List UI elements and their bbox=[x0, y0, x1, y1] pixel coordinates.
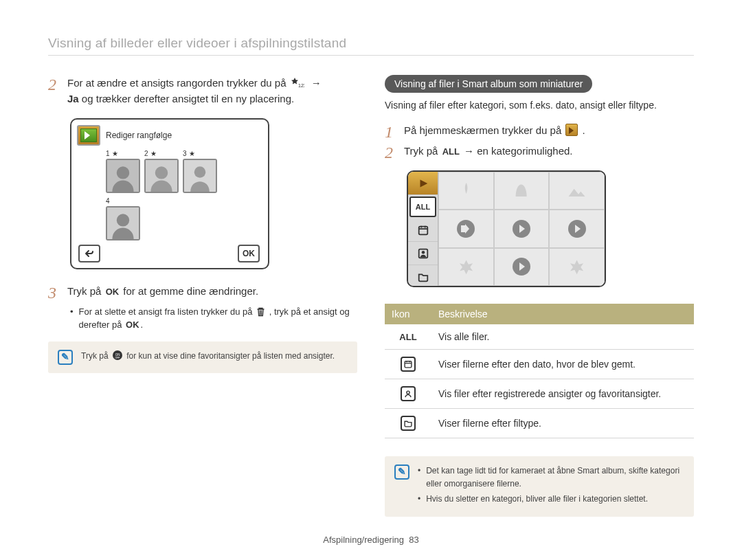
info-icon: ✎ bbox=[394, 464, 409, 480]
grid-cell bbox=[438, 172, 494, 210]
face-thumb-4 bbox=[106, 206, 140, 240]
note-line-1: Det kan tage lidt tid for kameraet at åb… bbox=[426, 464, 684, 490]
step3-text-b: for at gemme dine ændringer. bbox=[123, 285, 258, 297]
step-number-3: 3 bbox=[48, 283, 60, 301]
step-number-2: 2 bbox=[48, 75, 60, 107]
th-ikon: Ikon bbox=[385, 304, 431, 324]
rank-editor-title: Rediger rangfølge bbox=[106, 131, 172, 140]
th-beskrivelse: Beskrivelse bbox=[431, 304, 694, 324]
r-step2-body: Tryk på ALL → en kategorimulighed. bbox=[404, 143, 694, 161]
ok-icon: OK bbox=[124, 318, 141, 332]
grid-cell bbox=[494, 172, 550, 210]
r-step1-body: På hjemmeskærmen trykker du på . bbox=[404, 122, 694, 140]
smart-album-note: ✎ Det kan tage lidt tid for kameraet at … bbox=[385, 456, 694, 517]
step3-text-a: Tryk på bbox=[67, 285, 104, 297]
svg-text:OFF: OFF bbox=[115, 357, 120, 359]
page-footer: Afspilning/redigering 83 bbox=[0, 535, 742, 545]
row-cal-desc: Viser filerne efter den dato, hvor de bl… bbox=[431, 350, 694, 379]
side-album-icon bbox=[408, 172, 438, 195]
step-2-body: For at ændre et ansigts rangorden trykke… bbox=[67, 75, 357, 107]
trash-icon bbox=[256, 307, 265, 317]
step-number-2b: 2 bbox=[385, 143, 397, 161]
star-123-icon: 123 bbox=[291, 78, 304, 89]
side-folder-icon bbox=[408, 265, 438, 287]
play-icon bbox=[513, 220, 530, 238]
ok-button[interactable]: OK bbox=[238, 245, 260, 262]
table-row: Vis filer efter registrerede ansigter og… bbox=[385, 379, 694, 409]
page-header: Visning af billeder eller videoer i afsp… bbox=[48, 36, 694, 56]
step2-text-b: og trækker derefter ansigtet til en ny p… bbox=[82, 93, 294, 104]
star-icon: ★ bbox=[112, 150, 118, 157]
face-rank-2: 2 bbox=[144, 150, 148, 157]
step2-text-a: For at ændre et ansigts rangorden trykke… bbox=[67, 77, 289, 89]
table-row: Viser filerne efter den dato, hvor de bl… bbox=[385, 350, 694, 379]
row-folder-desc: Viser filerne efter filtype. bbox=[431, 409, 694, 438]
rank-editor-screenshot: Rediger rangfølge 1★ 2★ 3★ bbox=[70, 118, 269, 269]
all-label: ALL bbox=[441, 145, 461, 159]
star-icon: ★ bbox=[189, 150, 195, 157]
grid-cell bbox=[438, 210, 494, 247]
note-line-2: Hvis du sletter en kategori, bliver alle… bbox=[426, 493, 648, 506]
bullet-a: For at slette et ansigt fra listen trykk… bbox=[79, 306, 256, 317]
album-icon bbox=[565, 124, 578, 136]
ok-icon: OK bbox=[104, 285, 121, 299]
smart-album-screenshot: ALL bbox=[407, 170, 606, 287]
person-icon bbox=[401, 386, 416, 401]
svg-point-2 bbox=[117, 166, 129, 179]
calendar-icon bbox=[401, 357, 416, 372]
svg-text:123: 123 bbox=[298, 83, 304, 88]
r-step1-a: På hjemmeskærmen trykker du på bbox=[404, 124, 564, 136]
section-sub: Visning af filer efter kategori, som f.e… bbox=[385, 98, 694, 113]
row-all-desc: Vis alle filer. bbox=[431, 324, 694, 350]
svg-point-14 bbox=[421, 250, 425, 254]
face-rank-1: 1 bbox=[106, 150, 110, 157]
face-thumb-2 bbox=[144, 159, 179, 193]
icon-description-table: Ikon Beskrivelse ALL Vis alle filer. Vis… bbox=[385, 304, 694, 438]
face-rank-4: 4 bbox=[106, 197, 110, 205]
svg-rect-15 bbox=[405, 361, 412, 368]
face-rank-3: 3 bbox=[183, 150, 187, 157]
row-all-icon: ALL bbox=[398, 332, 418, 342]
star-icon: ★ bbox=[150, 150, 157, 157]
table-row: Viser filerne efter filtype. bbox=[385, 409, 694, 438]
grid-cell bbox=[438, 248, 494, 286]
side-person-icon bbox=[408, 242, 438, 265]
footer-page: 83 bbox=[409, 535, 418, 545]
side-all: ALL bbox=[409, 197, 436, 217]
grid-cell bbox=[494, 248, 550, 286]
svg-point-16 bbox=[407, 391, 409, 394]
back-button[interactable] bbox=[78, 245, 100, 262]
gallery-play-icon bbox=[77, 125, 100, 146]
svg-rect-12 bbox=[418, 226, 427, 234]
step2-bold: Ja bbox=[67, 93, 79, 104]
onoff-icon: ONOFF bbox=[112, 350, 123, 361]
r-step2-a: Tryk på bbox=[404, 145, 441, 157]
row-person-desc: Vis filer efter registrerede ansigter og… bbox=[431, 379, 694, 409]
face-thumb-3 bbox=[183, 159, 217, 193]
grid-cell bbox=[549, 248, 605, 286]
section-heading: Visning af filer i Smart album som minia… bbox=[385, 75, 592, 93]
r-step2-b: → en kategorimulighed. bbox=[464, 145, 572, 157]
side-calendar-icon bbox=[408, 219, 438, 242]
table-row: ALL Vis alle filer. bbox=[385, 324, 694, 350]
note-b: for kun at vise dine favoritansigter på … bbox=[126, 351, 335, 361]
delete-face-note: For at slette et ansigt fra listen trykk… bbox=[70, 305, 357, 332]
svg-point-8 bbox=[117, 214, 129, 226]
svg-point-4 bbox=[155, 166, 168, 179]
arrow-icon: → bbox=[308, 77, 324, 89]
grid-cell bbox=[494, 210, 550, 247]
grid-cell bbox=[549, 210, 605, 247]
footer-section: Afspilning/redigering bbox=[323, 535, 404, 545]
info-icon: ✎ bbox=[58, 350, 73, 365]
favorite-faces-note: ✎ Tryk på ONOFF for kun at vise dine fav… bbox=[48, 341, 357, 373]
play-icon bbox=[568, 220, 586, 238]
note-a: Tryk på bbox=[81, 351, 111, 361]
step-number-1: 1 bbox=[385, 122, 397, 140]
face-thumb-1 bbox=[106, 159, 140, 193]
play-icon bbox=[513, 258, 530, 276]
folder-icon bbox=[401, 416, 416, 431]
r-step1-b: . bbox=[583, 124, 585, 136]
svg-point-6 bbox=[194, 166, 206, 178]
right-column: Visning af filer i Smart album som minia… bbox=[385, 75, 694, 517]
speaker-icon bbox=[457, 220, 475, 238]
